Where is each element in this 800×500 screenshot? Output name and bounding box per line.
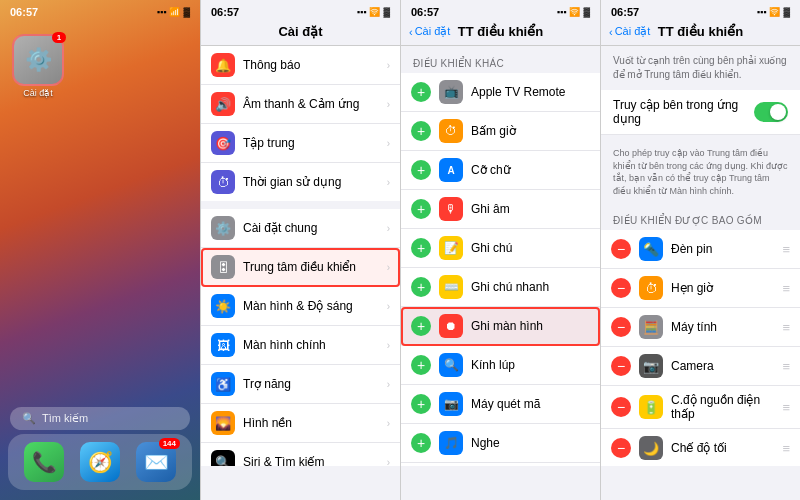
wifi-icon4: 🛜 (769, 7, 780, 17)
settings-item-wallpaper[interactable]: 🌄 Hình nền › (201, 404, 400, 443)
dock-phone[interactable]: 📞 (24, 442, 64, 482)
screen4-time: 06:57 (611, 6, 639, 18)
included-calculator[interactable]: − 🧮 Máy tính ≡ (601, 308, 800, 347)
dock-mail[interactable]: ✉️ 144 (136, 442, 176, 482)
remove-icon-camera[interactable]: − (611, 356, 631, 376)
qrscanner-icon: 📷 (439, 392, 463, 416)
settings-item-screentime[interactable]: ⏱ Thời gian sử dụng › (201, 163, 400, 201)
screen2-statusbar: 06:57 ▪▪▪ 🛜 ▓ (201, 0, 400, 20)
quicknote-icon: ⌨️ (439, 275, 463, 299)
settings-item-display[interactable]: ☀️ Màn hình & Độ sáng › (201, 287, 400, 326)
screen1-home: 06:57 ▪▪▪ 📶 ▓ ⚙️ 1 Cài đặt 🔍 Tìm kiếm 📞 … (0, 0, 200, 500)
calculator-icon: 🧮 (639, 315, 663, 339)
chevron-icon7: › (387, 301, 390, 312)
add-icon-fontsize[interactable]: + (411, 160, 431, 180)
access-toggle-row[interactable]: Truy cập bên trong ứng dụng (601, 90, 800, 135)
settings-app-icon[interactable]: ⚙️ 1 (12, 34, 64, 86)
camera-label: Camera (671, 359, 782, 373)
included-header: ĐIỀU KHIỂN ĐƯỢC BAO GỒM (601, 205, 800, 230)
cc-item-fontsize[interactable]: + A Cỡ chữ (401, 151, 600, 190)
settings-item-general[interactable]: ⚙️ Cài đặt chung › (201, 209, 400, 248)
signal-icon: ▪▪▪ (157, 7, 167, 17)
cc-item-voicememo[interactable]: + 🎙 Ghi âm (401, 190, 600, 229)
screen3-time: 06:57 (411, 6, 439, 18)
included-lowpower[interactable]: − 🔋 C.độ nguồn điện thấp ≡ (601, 386, 800, 429)
cc-item-soundrecog[interactable]: + 🎤 Nhận biết âm thanh (401, 463, 600, 466)
wifi-icon2: 🛜 (369, 7, 380, 17)
settings-label: Cài đặt (23, 88, 53, 98)
settings-item-homescreen[interactable]: 🖼 Màn hình chính › (201, 326, 400, 365)
screen1-time: 06:57 (10, 6, 38, 18)
cc-item-stopwatch[interactable]: + ⏱ Bấm giờ (401, 112, 600, 151)
included-timer[interactable]: − ⏱ Hẹn giờ ≡ (601, 269, 800, 308)
hear-label: Nghe (471, 436, 590, 450)
cc-item-appletv[interactable]: + 📺 Apple TV Remote (401, 73, 600, 112)
included-camera[interactable]: − 📷 Camera ≡ (601, 347, 800, 386)
settings-app-wrapper[interactable]: ⚙️ 1 Cài đặt (12, 34, 64, 98)
notifications-label: Thông báo (243, 58, 387, 72)
magnifier-icon: 🔍 (439, 353, 463, 377)
fontsize-label: Cỡ chữ (471, 163, 590, 177)
remove-icon-calculator[interactable]: − (611, 317, 631, 337)
chevron-icon11: › (387, 457, 390, 467)
add-icon-hear[interactable]: + (411, 433, 431, 453)
screen4-back[interactable]: ‹ Cài đặt (609, 25, 650, 38)
settings-item-siri[interactable]: 🔍 Siri & Tìm kiếm › (201, 443, 400, 466)
cc-item-magnifier[interactable]: + 🔍 Kính lúp (401, 346, 600, 385)
settings-item-controlcenter[interactable]: 🎛 Trung tâm điều khiển › (201, 248, 400, 287)
appletv-icon: 📺 (439, 80, 463, 104)
magnifier-label: Kính lúp (471, 358, 590, 372)
screen3-back[interactable]: ‹ Cài đặt (409, 25, 450, 38)
remove-icon-darkmode[interactable]: − (611, 438, 631, 458)
remove-icon-flashlight[interactable]: − (611, 239, 631, 259)
cc-items-list[interactable]: ĐIỀU KHIỂN KHÁC + 📺 Apple TV Remote + ⏱ … (401, 46, 600, 466)
cc-item-quicknote[interactable]: + ⌨️ Ghi chú nhanh (401, 268, 600, 307)
settings-item-sound[interactable]: 🔊 Âm thanh & Cảm ứng › (201, 85, 400, 124)
chevron-icon9: › (387, 379, 390, 390)
dock-safari[interactable]: 🧭 (80, 442, 120, 482)
settings-list[interactable]: 🔔 Thông báo › 🔊 Âm thanh & Cảm ứng › 🎯 T… (201, 46, 400, 466)
sound-icon: 🔊 (211, 92, 235, 116)
included-flashlight[interactable]: − 🔦 Đèn pin ≡ (601, 230, 800, 269)
homescreen-icon: 🖼 (211, 333, 235, 357)
cc-item-notes[interactable]: + 📝 Ghi chú (401, 229, 600, 268)
screentime-label: Thời gian sử dụng (243, 175, 387, 189)
cc-item-hear[interactable]: + 🎵 Nghe (401, 424, 600, 463)
chevron-icon3: › (387, 138, 390, 149)
remove-icon-timer[interactable]: − (611, 278, 631, 298)
hear-icon: 🎵 (439, 431, 463, 455)
settings-item-notifications[interactable]: 🔔 Thông báo › (201, 46, 400, 85)
add-icon-magnifier[interactable]: + (411, 355, 431, 375)
remove-icon-lowpower[interactable]: − (611, 397, 631, 417)
cc-item-screenrecord[interactable]: + ⏺ Ghi màn hình (401, 307, 600, 346)
add-icon-qrscanner[interactable]: + (411, 394, 431, 414)
chevron-icon8: › (387, 340, 390, 351)
search-bar[interactable]: 🔍 Tìm kiếm (10, 407, 190, 430)
screenrecord-icon: ⏺ (439, 314, 463, 338)
add-icon-quicknote[interactable]: + (411, 277, 431, 297)
screen4-desc: Vuốt từ cạnh trên cùng bên phải xuống để… (601, 46, 800, 90)
settings-item-focus[interactable]: 🎯 Tập trung › (201, 124, 400, 163)
screen3-back-label: Cài đặt (415, 25, 451, 38)
cc-item-qrscanner[interactable]: + 📷 Máy quét mã (401, 385, 600, 424)
settings-group2: ⚙️ Cài đặt chung › 🎛 Trung tâm điều khiể… (201, 209, 400, 466)
screen3-title: TT điều khiển (458, 24, 543, 39)
access-toggle[interactable] (754, 102, 788, 122)
add-icon-screenrecord[interactable]: + (411, 316, 431, 336)
screen1-status-icons: ▪▪▪ 📶 ▓ (157, 7, 190, 17)
add-icon-appletv[interactable]: + (411, 82, 431, 102)
included-darkmode[interactable]: − 🌙 Chế độ tối ≡ (601, 429, 800, 466)
screen4-status-icons: ▪▪▪ 🛜 ▓ (757, 7, 790, 17)
homescreen-label: Màn hình chính (243, 338, 387, 352)
settings-gear-icon: ⚙️ (25, 47, 52, 73)
quicknote-label: Ghi chú nhanh (471, 280, 590, 294)
add-icon-stopwatch[interactable]: + (411, 121, 431, 141)
add-icon-voicememo[interactable]: + (411, 199, 431, 219)
settings-item-accessibility[interactable]: ♿ Trợ năng › (201, 365, 400, 404)
screen4-back-label: Cài đặt (615, 25, 651, 38)
lowpower-label: C.độ nguồn điện thấp (671, 393, 782, 421)
accessibility-label: Trợ năng (243, 377, 387, 391)
accessibility-icon: ♿ (211, 372, 235, 396)
timer-label: Hẹn giờ (671, 281, 782, 295)
add-icon-notes[interactable]: + (411, 238, 431, 258)
